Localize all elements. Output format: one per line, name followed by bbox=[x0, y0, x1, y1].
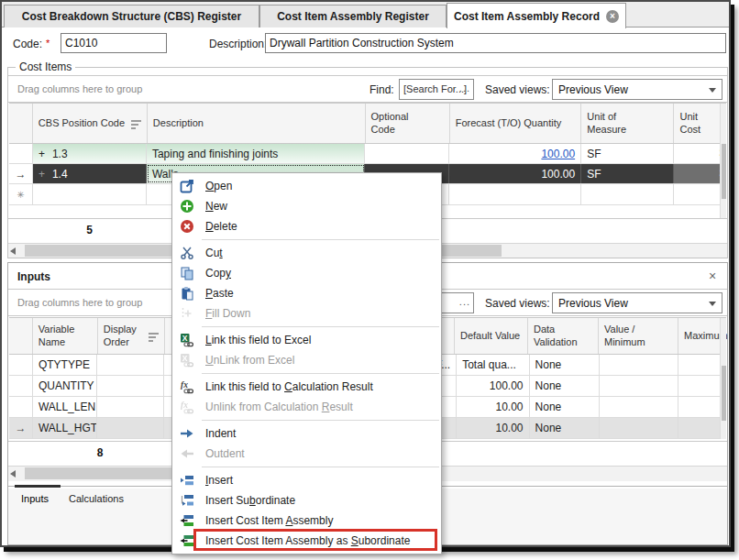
expand-icon[interactable]: + bbox=[39, 168, 45, 181]
column-header-label: Unit Cost bbox=[679, 111, 720, 137]
new-row-selector[interactable]: ✳ bbox=[9, 184, 33, 204]
menu-item-label: Copy bbox=[205, 267, 231, 280]
data-validation-cell[interactable]: None bbox=[530, 418, 600, 438]
optional-code-cell[interactable] bbox=[365, 144, 449, 163]
menu-item-insert-subordinate[interactable]: Insert Subordinate bbox=[172, 490, 441, 511]
column-header-data-validation[interactable]: Data Validation bbox=[528, 318, 599, 354]
data-validation-cell[interactable]: None bbox=[530, 355, 600, 375]
forecast-quantity-cell[interactable]: 100.00 bbox=[449, 164, 581, 183]
variable-name-cell[interactable]: WALL_LEN bbox=[33, 397, 97, 417]
menu-item-open[interactable]: Open bbox=[172, 176, 441, 196]
data-validation-cell[interactable]: None bbox=[530, 376, 600, 396]
tab-calculations[interactable]: Calculations bbox=[69, 493, 124, 504]
display-order-cell[interactable] bbox=[97, 418, 163, 438]
menu-item-label: Link this field to Calculation Result bbox=[205, 380, 373, 393]
row-selector[interactable] bbox=[9, 397, 33, 417]
column-header-optional-code[interactable]: Optional Code bbox=[366, 104, 450, 143]
column-header-cbs-position-code[interactable]: CBS Position Code bbox=[33, 104, 148, 143]
column-header-unit-of-measure[interactable]: Unit of Measure bbox=[581, 104, 674, 143]
menu-item-link-this-field-to-calculation-result[interactable]: fxLink this field to Calculation Result bbox=[172, 377, 441, 397]
tab-close-icon[interactable]: × bbox=[606, 10, 619, 23]
cbs-position-cell[interactable]: +1.3 bbox=[33, 144, 147, 163]
default-value-cell[interactable]: 10.00 bbox=[457, 418, 529, 438]
column-header-description[interactable]: Description bbox=[148, 104, 366, 143]
menu-item-new[interactable]: New bbox=[172, 196, 441, 216]
saved-views-dropdown[interactable]: Previous View bbox=[552, 79, 722, 100]
sort-icon bbox=[131, 118, 141, 129]
column-header-default-value[interactable]: Default Value bbox=[455, 318, 528, 354]
scroll-left-icon[interactable] bbox=[10, 470, 16, 478]
tab-cost-item-assembly-record[interactable]: Cost Item Assembly Record× bbox=[447, 3, 626, 28]
default-value-cell[interactable]: 100.00 bbox=[457, 376, 529, 396]
description-cell[interactable]: Taping and finishing joints bbox=[147, 144, 365, 163]
search-ellipsis-button[interactable]: ... bbox=[459, 82, 470, 93]
description-field[interactable]: Drywall Partition Construction System bbox=[265, 33, 726, 53]
menu-item-insert[interactable]: Insert bbox=[172, 470, 441, 490]
scrollbar-thumb[interactable] bbox=[25, 467, 176, 479]
unit-cost-cell[interactable]: $0 bbox=[674, 144, 726, 163]
menu-item-delete[interactable]: Delete bbox=[172, 216, 441, 236]
value-minimum-cell[interactable] bbox=[600, 355, 678, 375]
column-header-value-minimum[interactable]: Value / Minimum bbox=[599, 318, 678, 354]
menu-item-indent[interactable]: Indent bbox=[172, 423, 441, 444]
forecast-quantity-cell[interactable]: 100.00 bbox=[449, 144, 581, 163]
value-minimum-cell[interactable] bbox=[600, 376, 678, 396]
row-selector[interactable] bbox=[9, 144, 33, 163]
menu-item-insert-cost-item-assembly[interactable]: Insert Cost Item Assembly bbox=[172, 511, 441, 531]
tab-inputs[interactable]: Inputs bbox=[21, 493, 49, 504]
unit-of-measure-cell[interactable]: SF bbox=[581, 144, 674, 163]
column-header-label: Display Order bbox=[104, 324, 143, 349]
cost-items-vertical-scrollbar[interactable] bbox=[720, 104, 726, 218]
menu-separator bbox=[202, 373, 439, 374]
data-validation-cell[interactable]: None bbox=[530, 397, 600, 417]
tab-cost-item-assembly-register[interactable]: Cost Item Assembly Register bbox=[259, 5, 447, 27]
value-minimum-cell[interactable] bbox=[600, 397, 678, 417]
header-row-selector bbox=[9, 318, 33, 354]
inputs-vertical-scrollbar[interactable] bbox=[720, 318, 726, 439]
menu-item-cut[interactable]: Cut bbox=[172, 243, 441, 263]
column-header-variable-name[interactable]: Variable Name bbox=[33, 318, 98, 354]
table-row[interactable]: +1.3Taping and finishing joints100.00SF$… bbox=[9, 144, 726, 164]
scroll-left-icon[interactable] bbox=[10, 247, 16, 255]
column-header-unit-cost[interactable]: Unit Cost bbox=[674, 104, 726, 143]
find-search-input[interactable]: [Search For...] ... bbox=[399, 79, 474, 100]
search-ellipsis-button[interactable]: ... bbox=[459, 296, 470, 307]
display-order-cell[interactable] bbox=[97, 397, 163, 417]
saved-views-label: Saved views: bbox=[485, 297, 550, 310]
variable-name-cell[interactable]: WALL_HGT bbox=[33, 418, 97, 438]
column-header-display-order[interactable]: Display Order bbox=[98, 318, 165, 354]
display-order-cell[interactable] bbox=[97, 355, 163, 375]
menu-item-label: New bbox=[205, 200, 227, 213]
menu-item-link-this-field-to-excel[interactable]: XLink this field to Excel bbox=[172, 330, 441, 350]
tab-cost-breakdown-structure-cbs-register[interactable]: Cost Breakdown Structure (CBS) Register bbox=[4, 5, 259, 27]
variable-name-cell[interactable]: QTYTYPE bbox=[33, 355, 97, 375]
row-selector[interactable] bbox=[9, 355, 33, 375]
column-header-label: Data Validation bbox=[534, 324, 592, 349]
empty-cell bbox=[581, 184, 674, 204]
close-icon[interactable]: × bbox=[705, 269, 720, 283]
display-order-cell[interactable] bbox=[97, 376, 163, 396]
saved-views-dropdown[interactable]: Previous View bbox=[552, 292, 722, 313]
cbs-position-cell[interactable]: +1.4 bbox=[33, 164, 147, 183]
default-value-cell[interactable]: 10.00 bbox=[457, 397, 529, 417]
menu-item-paste[interactable]: Paste bbox=[172, 283, 441, 303]
default-value-cell[interactable]: Total qua... bbox=[457, 355, 529, 375]
column-header-label: Unit of Measure bbox=[587, 111, 655, 137]
description-value: Taping and finishing joints bbox=[152, 148, 278, 160]
unit-of-measure-cell[interactable]: SF bbox=[581, 164, 674, 183]
menu-item-label: Indent bbox=[205, 427, 236, 440]
forecast-quantity-value[interactable]: 100.00 bbox=[541, 148, 575, 160]
description-label: Description: bbox=[209, 38, 267, 50]
unit-cost-cell[interactable]: $0 bbox=[674, 164, 726, 183]
row-selector[interactable]: → bbox=[9, 164, 33, 183]
menu-item-copy[interactable]: Copy bbox=[172, 263, 441, 283]
row-selector[interactable]: → bbox=[9, 418, 33, 438]
expand-icon[interactable]: + bbox=[39, 148, 45, 160]
value-minimum-cell[interactable] bbox=[600, 418, 678, 438]
chevron-down-icon bbox=[709, 88, 716, 93]
menu-item-insert-cost-item-assembly-as-subordinate[interactable]: Insert Cost Item Assembly as Subordinate bbox=[172, 531, 441, 551]
code-field[interactable]: C1010 bbox=[61, 33, 167, 53]
row-selector[interactable] bbox=[9, 376, 33, 396]
variable-name-cell[interactable]: QUANTITY bbox=[33, 376, 97, 396]
column-header-forecast-t-o-quantity[interactable]: Forecast (T/O) Quantity bbox=[450, 104, 582, 143]
